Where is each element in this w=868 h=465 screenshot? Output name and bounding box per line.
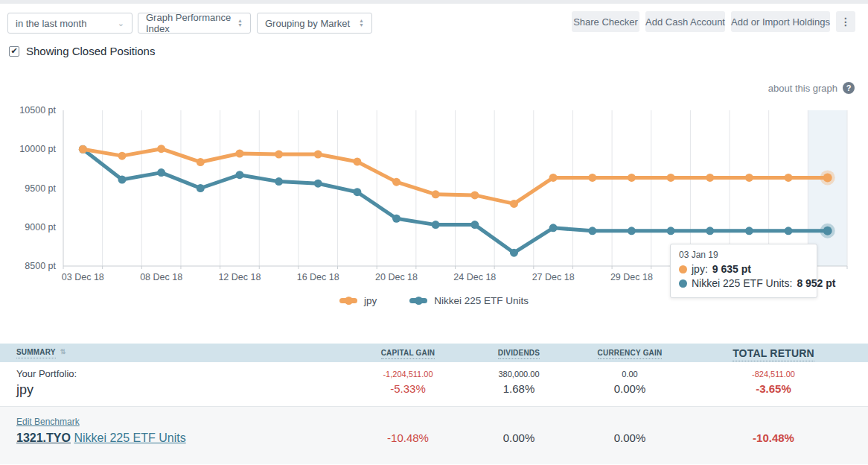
svg-text:10500 pt: 10500 pt: [19, 105, 56, 116]
chevron-down-icon: ⌄: [118, 19, 124, 28]
portfolio-overview-page: in the last month ⌄ Graph Performance In…: [0, 0, 868, 465]
header-capital-gain[interactable]: CAPITAL GAIN: [381, 349, 435, 357]
svg-text:29 Dec 18: 29 Dec 18: [610, 272, 653, 282]
graph-type-value: Graph Performance Index: [146, 12, 232, 34]
grouping-select[interactable]: Grouping by Market ▲▼: [257, 13, 372, 34]
nikkei-dot-icon: [679, 279, 687, 288]
closed-positions-toggle[interactable]: ✔ Showing Closed Positions: [9, 45, 155, 57]
legend-label: jpy: [364, 295, 377, 306]
check-icon: ✔: [10, 46, 17, 56]
data-point: [706, 174, 714, 182]
grouping-value: Grouping by Market: [265, 18, 350, 29]
header-total-return[interactable]: TOTAL RETURN: [733, 347, 814, 359]
data-point: [588, 227, 596, 235]
add-cash-account-button[interactable]: Add Cash Account: [645, 11, 725, 32]
updown-arrows-icon: ▲▼: [359, 19, 364, 28]
data-point: [549, 174, 558, 182]
data-point: [392, 215, 401, 223]
table-row-portfolio: Your Portfolio: jpy -1,204,511.00 -5.33%…: [0, 362, 868, 407]
data-point: [275, 151, 283, 159]
jpy-series-marker: [339, 298, 357, 303]
currency-gain-cell: 0.00%: [614, 429, 646, 447]
dividends-cell: 0.00%: [503, 429, 535, 447]
tooltip-date: 03 Jan 19: [679, 250, 808, 260]
data-point: [197, 158, 205, 166]
portfolio-name: jpy: [16, 381, 342, 399]
graph-type-select[interactable]: Graph Performance Index ▲▼: [138, 13, 251, 34]
portfolio-label-cell: Your Portfolio: jpy: [0, 367, 342, 399]
svg-text:9500 pt: 9500 pt: [25, 183, 56, 194]
data-point: [353, 188, 361, 196]
svg-text:10000 pt: 10000 pt: [19, 144, 56, 154]
hover-highlight-band: [808, 110, 847, 266]
data-point: [823, 227, 832, 235]
svg-text:9000 pt: 9000 pt: [25, 222, 56, 232]
data-point: [314, 180, 322, 188]
nikkei-series-marker: [409, 298, 427, 303]
share-checker-button[interactable]: Share Checker: [572, 11, 639, 32]
data-point: [667, 174, 675, 182]
svg-text:12 Dec 18: 12 Dec 18: [218, 272, 261, 282]
jpy-dot-icon: [679, 265, 687, 273]
data-point: [432, 221, 440, 229]
data-point: [314, 151, 322, 159]
data-point: [235, 149, 243, 157]
benchmark-code-link[interactable]: 1321.TYO: [16, 431, 71, 444]
header-summary[interactable]: SUMMARY ⇅: [16, 348, 66, 358]
data-point: [392, 178, 401, 186]
data-point: [432, 190, 440, 198]
total-return-cell: -824,511.00 -3.65%: [752, 369, 795, 398]
data-point: [785, 174, 793, 182]
edit-benchmark-link[interactable]: Edit Benchmark: [16, 416, 80, 428]
svg-text:24 Dec 18: 24 Dec 18: [453, 272, 496, 282]
header-currency-gain[interactable]: CURRENCY GAIN: [598, 349, 663, 357]
more-options-button[interactable]: ⋮: [836, 11, 855, 32]
tooltip-series-value: 8 952 pt: [797, 276, 835, 291]
data-point: [588, 174, 596, 182]
data-point: [118, 176, 126, 184]
data-point: [470, 221, 479, 229]
capital-gain-cell: -1,204,511.00 -5.33%: [383, 369, 433, 398]
date-range-select[interactable]: in the last month ⌄: [7, 13, 133, 34]
header-dividends[interactable]: DIVIDENDS: [498, 349, 540, 357]
data-point: [667, 227, 675, 235]
data-point: [235, 171, 243, 179]
data-point: [745, 227, 753, 235]
sort-icon: ⇅: [60, 348, 66, 355]
add-import-holdings-button[interactable]: Add or Import Holdings: [731, 11, 830, 32]
data-point: [197, 184, 205, 192]
legend-item-jpy[interactable]: jpy: [339, 295, 377, 306]
benchmark-name-link[interactable]: Nikkei 225 ETF Units: [74, 431, 185, 444]
top-strip: [0, 0, 868, 4]
closed-positions-label: Showing Closed Positions: [26, 45, 155, 57]
data-point: [706, 227, 714, 235]
svg-text:27 Dec 18: 27 Dec 18: [532, 272, 575, 282]
svg-text:8500 pt: 8500 pt: [25, 261, 56, 271]
data-point: [823, 173, 832, 182]
summary-table-header: SUMMARY ⇅ CAPITAL GAIN DIVIDENDS CURRENC…: [0, 344, 868, 362]
data-point: [745, 174, 753, 182]
summary-table: SUMMARY ⇅ CAPITAL GAIN DIVIDENDS CURRENC…: [0, 344, 868, 464]
tooltip-series-value: 9 635 pt: [712, 262, 751, 276]
capital-gain-cell: -10.48%: [387, 429, 429, 447]
currency-gain-cell: 0.00 0.00%: [614, 369, 646, 398]
chart-tooltip: 03 Jan 19 jpy: 9 635 pt Nikkei 225 ETF U…: [670, 244, 817, 298]
legend-item-nikkei[interactable]: Nikkei 225 ETF Units: [409, 295, 529, 306]
tooltip-series-name: Nikkei 225 ETF Units:: [692, 276, 792, 291]
data-point: [275, 177, 283, 186]
data-point: [118, 152, 126, 160]
table-row-benchmark: Edit Benchmark 1321.TYO Nikkei 225 ETF U…: [0, 407, 868, 464]
checkbox-checked[interactable]: ✔: [9, 46, 19, 57]
dividends-cell: 380,000.00 1.68%: [498, 369, 539, 398]
data-point: [549, 224, 558, 232]
date-range-value: in the last month: [16, 18, 86, 29]
tooltip-row-nikkei: Nikkei 225 ETF Units: 8 952 pt: [679, 276, 808, 291]
benchmark-label-cell: Edit Benchmark 1321.TYO Nikkei 225 ETF U…: [0, 414, 342, 448]
data-point: [353, 157, 361, 165]
svg-text:20 Dec 18: 20 Dec 18: [375, 272, 418, 282]
legend-label: Nikkei 225 ETF Units: [434, 295, 529, 306]
kebab-icon: ⋮: [840, 16, 851, 28]
data-point: [157, 145, 165, 153]
data-point: [628, 174, 636, 182]
data-point: [470, 191, 479, 199]
